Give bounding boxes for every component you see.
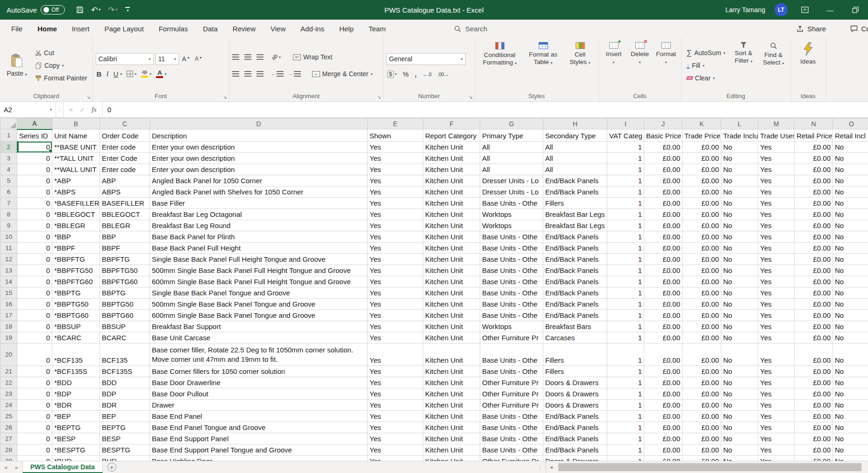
decrease-decimal-button[interactable]: .00→ (437, 72, 448, 77)
cell-B26[interactable]: *BEPTG (52, 422, 100, 433)
cell-I13[interactable]: 1 (607, 265, 644, 276)
cell-K4[interactable]: £0.00 (683, 164, 721, 175)
align-bottom-button[interactable] (256, 54, 263, 60)
cell-A17[interactable]: 0 (17, 310, 52, 321)
cell-C17[interactable]: BBPTG60 (100, 310, 150, 321)
align-center-button[interactable] (244, 71, 251, 77)
cell-F9[interactable]: Kitchen Unit (423, 220, 480, 231)
cell-G24[interactable]: Other Furniture Pr (480, 400, 543, 411)
cell-B9[interactable]: *BBLEGR (52, 220, 100, 231)
cell-G29[interactable]: Other Furniture Pr (480, 456, 543, 461)
cell-G3[interactable]: All (480, 153, 543, 164)
cell-O12[interactable]: No (833, 254, 868, 265)
cell-E26[interactable]: Yes (368, 422, 423, 433)
cell-L3[interactable]: No (721, 153, 758, 164)
column-header-M[interactable]: M (758, 118, 795, 129)
alignment-dialog-launcher-icon[interactable]: ↘ (377, 94, 381, 100)
cell-B3[interactable]: **TALL UNIT (52, 153, 100, 164)
format-as-table-button[interactable]: Format as Table ▾ (524, 40, 563, 91)
cell-H24[interactable]: Doors & Drawers (543, 400, 607, 411)
cell-H26[interactable]: End/Back Panels (543, 422, 607, 433)
cell-H3[interactable]: All (543, 153, 607, 164)
cell-G18[interactable]: Worktops (480, 321, 543, 332)
cell-E25[interactable]: Yes (368, 411, 423, 422)
cell-F1[interactable]: Report Category (423, 129, 480, 142)
cell-G14[interactable]: Base Units - Othe (480, 276, 543, 287)
column-header-O[interactable]: O (833, 118, 868, 129)
cell-L14[interactable]: No (721, 276, 758, 287)
cell-A5[interactable]: 0 (17, 175, 52, 186)
cell-L10[interactable]: No (721, 231, 758, 243)
cell-G12[interactable]: Base Units - Othe (480, 254, 543, 265)
merge-center-button[interactable]: ↔Merge & Center▾ (310, 68, 375, 80)
cell-O8[interactable]: No (833, 209, 868, 220)
column-header-N[interactable]: N (795, 118, 833, 129)
tab-help[interactable]: Help (332, 20, 361, 37)
cell-G8[interactable]: Worktops (480, 209, 543, 220)
cell-H23[interactable]: Doors & Drawers (543, 388, 607, 400)
cell-B22[interactable]: *BDD (52, 377, 100, 388)
cell-E15[interactable]: Yes (368, 287, 423, 299)
new-sheet-button[interactable]: + (107, 463, 116, 472)
cell-E1[interactable]: Shown (368, 129, 423, 142)
cell-L13[interactable]: No (721, 265, 758, 276)
cell-A26[interactable]: 0 (17, 422, 52, 433)
cell-E9[interactable]: Yes (368, 220, 423, 231)
cell-G27[interactable]: Base Units - Othe (480, 433, 543, 444)
cell-O18[interactable]: No (833, 321, 868, 332)
cell-N4[interactable]: £0.00 (795, 164, 833, 175)
cell-I16[interactable]: 1 (607, 299, 644, 310)
cell-I28[interactable]: 1 (607, 444, 644, 456)
cell-N11[interactable]: £0.00 (795, 243, 833, 254)
cell-A28[interactable]: 0 (17, 444, 52, 456)
cell-F21[interactable]: Kitchen Unit (423, 366, 480, 377)
cell-F3[interactable]: Kitchen Unit (423, 153, 480, 164)
cell-H7[interactable]: Fillers (543, 198, 607, 209)
cell-C21[interactable]: BCF135S (100, 366, 150, 377)
cell-D13[interactable]: 500mm Single Base Back Panel Full Height… (150, 265, 368, 276)
cell-D3[interactable]: Enter your own description (150, 153, 368, 164)
cell-M13[interactable]: Yes (758, 265, 795, 276)
row-header-3[interactable]: 3 (0, 153, 17, 164)
cell-D14[interactable]: 600mm Single Base Back Panel Full Height… (150, 276, 368, 287)
cell-I7[interactable]: 1 (607, 198, 644, 209)
row-header-26[interactable]: 26 (0, 422, 17, 433)
cell-J19[interactable]: £0.00 (644, 332, 683, 344)
scroll-left-icon[interactable]: ◂ (546, 461, 556, 473)
cell-F8[interactable]: Kitchen Unit (423, 209, 480, 220)
cell-L2[interactable]: No (721, 142, 758, 153)
cell-B11[interactable]: *BBPF (52, 243, 100, 254)
cell-M20[interactable]: Yes (758, 344, 795, 366)
cell-N28[interactable]: £0.00 (795, 444, 833, 456)
cell-J26[interactable]: £0.00 (644, 422, 683, 433)
cell-M23[interactable]: Yes (758, 388, 795, 400)
cell-D22[interactable]: Base Door Drawerline (150, 377, 368, 388)
cell-M26[interactable]: Yes (758, 422, 795, 433)
cell-B20[interactable]: *BCF135 (52, 344, 100, 366)
cell-D24[interactable]: Drawer (150, 400, 368, 411)
tab-data[interactable]: Data (195, 20, 225, 37)
cell-H29[interactable]: Doors & Drawers (543, 456, 607, 461)
cell-N17[interactable]: £0.00 (795, 310, 833, 321)
cell-C22[interactable]: BDD (100, 377, 150, 388)
cell-M18[interactable]: Yes (758, 321, 795, 332)
cell-I20[interactable]: 1 (607, 344, 644, 366)
row-header-22[interactable]: 22 (0, 377, 17, 388)
cell-G16[interactable]: Base Units - Othe (480, 299, 543, 310)
fill-color-button[interactable]: ▾ (141, 71, 151, 78)
cell-J24[interactable]: £0.00 (644, 400, 683, 411)
cell-H16[interactable]: End/Back Panels (543, 299, 607, 310)
cell-I2[interactable]: 1 (607, 142, 644, 153)
fill-button[interactable]: ↓Fill▾ (684, 59, 728, 72)
cell-N3[interactable]: £0.00 (795, 153, 833, 164)
cell-I1[interactable]: VAT Categ (607, 129, 644, 142)
cell-K22[interactable]: £0.00 (683, 377, 721, 388)
cell-I11[interactable]: 1 (607, 243, 644, 254)
cell-J16[interactable]: £0.00 (644, 299, 683, 310)
cell-A21[interactable]: 0 (17, 366, 52, 377)
cell-B10[interactable]: *BBP (52, 231, 100, 243)
user-name[interactable]: Larry Tamang (726, 6, 765, 14)
cell-L18[interactable]: No (721, 321, 758, 332)
cell-I12[interactable]: 1 (607, 254, 644, 265)
cell-M10[interactable]: Yes (758, 231, 795, 243)
